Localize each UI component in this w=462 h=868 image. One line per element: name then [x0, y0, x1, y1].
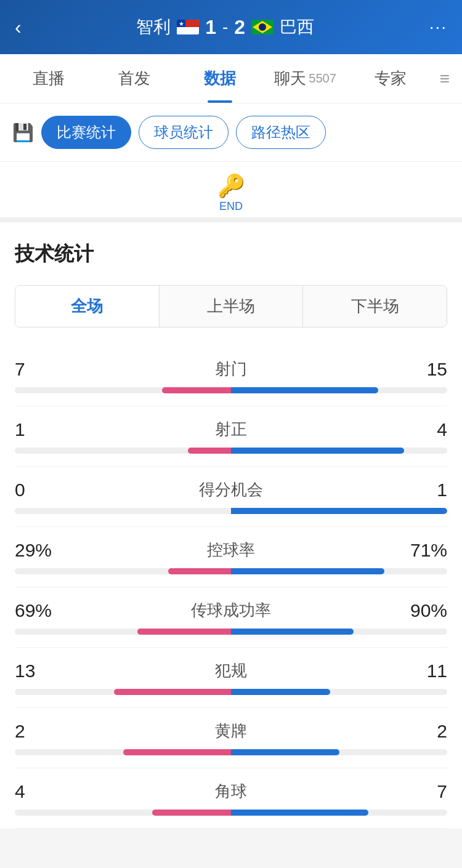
stat-label-row: 13 犯规 11	[15, 660, 447, 681]
header: ‹ 智利 ★ 1 - 2 巴西 ···	[0, 0, 462, 54]
stat-bar	[15, 508, 447, 514]
stat-bar	[15, 810, 447, 816]
stat-name: 传球成功率	[191, 600, 271, 621]
bar-left	[162, 387, 231, 393]
stat-row-pass-accuracy: 69% 传球成功率 90%	[15, 587, 447, 648]
sub-tab-heatmap[interactable]: 路径热区	[236, 116, 326, 149]
bar-right	[231, 568, 384, 574]
stat-row-shots: 7 射门 15	[15, 346, 447, 406]
period-tab-full[interactable]: 全场	[15, 286, 160, 327]
sub-tabs: 💾 比赛统计 球员统计 路径热区	[0, 103, 462, 162]
stat-name: 射门	[215, 358, 247, 380]
bar-right	[231, 448, 404, 454]
stat-row-chances: 0 得分机会 1	[15, 467, 447, 527]
flag-chile-icon: ★	[177, 20, 199, 34]
stat-name: 犯规	[215, 660, 247, 681]
bar-left	[123, 749, 232, 755]
stat-right-val: 15	[398, 359, 447, 380]
tab-data[interactable]: 数据	[177, 54, 262, 103]
whistle-icon: 🔑 END	[213, 174, 249, 211]
stat-right-val: 2	[398, 721, 447, 742]
bar-right	[231, 387, 378, 393]
stat-row-corners: 4 角球 7	[15, 768, 447, 829]
stat-right-val: 90%	[398, 600, 447, 621]
stat-label-row: 0 得分机会 1	[15, 479, 447, 500]
stat-row-possession: 29% 控球率 71%	[15, 527, 447, 587]
score-home: 1	[205, 16, 216, 39]
stats-section: 技术统计 全场 上半场 下半场 7 射门 15 1 射正 4	[0, 222, 462, 829]
stat-right-val: 7	[398, 781, 447, 802]
tab-lineup[interactable]: 首发	[92, 54, 177, 103]
back-button[interactable]: ‹	[15, 16, 22, 39]
tab-live[interactable]: 直播	[6, 54, 92, 103]
timeline-area: 🔑 END	[0, 162, 462, 222]
stat-left-val: 69%	[15, 600, 64, 621]
stat-left-val: 2	[15, 721, 64, 742]
period-tab-first[interactable]: 上半场	[160, 286, 304, 327]
bar-right	[231, 629, 354, 635]
stat-name: 控球率	[207, 539, 255, 561]
stat-row-fouls: 13 犯规 11	[15, 648, 447, 708]
stat-left-val: 13	[15, 661, 64, 681]
period-tabs: 全场 上半场 下半场	[15, 285, 447, 328]
score-separator: -	[222, 17, 228, 37]
score-away: 2	[234, 16, 245, 39]
stat-rows-container: 7 射门 15 1 射正 4 0 得分机会 1 29% 控	[15, 346, 447, 829]
bar-left	[137, 629, 231, 635]
stat-name: 黄牌	[215, 720, 247, 742]
bar-right	[231, 508, 447, 514]
stat-bar	[15, 749, 447, 755]
stat-name: 得分机会	[199, 479, 263, 500]
nav-more-button[interactable]: ≡	[434, 69, 456, 89]
stats-title: 技术统计	[15, 241, 447, 268]
stat-right-val: 71%	[398, 540, 447, 561]
stat-bar	[15, 629, 447, 635]
bar-left	[188, 448, 231, 454]
team-home-label: 智利	[136, 15, 171, 39]
bar-right	[231, 810, 368, 816]
stat-bar	[15, 568, 447, 574]
stat-row-shots-on-target: 1 射正 4	[15, 406, 447, 467]
stat-label-row: 1 射正 4	[15, 419, 447, 440]
bar-left	[152, 810, 231, 816]
tab-chat[interactable]: 聊天 5507	[262, 54, 348, 103]
whistle-symbol: 🔑	[217, 173, 245, 199]
stat-label-row: 29% 控球率 71%	[15, 539, 447, 561]
stat-left-val: 29%	[15, 540, 64, 561]
stat-name: 射正	[215, 419, 247, 440]
stat-right-val: 11	[398, 661, 447, 681]
match-title: 智利 ★ 1 - 2 巴西	[136, 15, 314, 39]
more-button[interactable]: ···	[429, 17, 447, 37]
bar-right	[231, 689, 330, 695]
end-label: END	[219, 200, 243, 213]
svg-text:★: ★	[179, 20, 184, 27]
stat-left-val: 1	[15, 419, 64, 440]
chat-count: 5507	[309, 71, 336, 86]
stat-bar	[15, 448, 447, 454]
stat-label-row: 7 射门 15	[15, 358, 447, 380]
stat-row-yellow-cards: 2 黄牌 2	[15, 708, 447, 768]
stat-label-row: 69% 传球成功率 90%	[15, 600, 447, 621]
sub-tab-match-stats[interactable]: 比赛统计	[41, 116, 131, 149]
stat-label-row: 4 角球 7	[15, 781, 447, 802]
svg-point-6	[259, 23, 266, 31]
bar-left	[114, 689, 231, 695]
stat-bar	[15, 689, 447, 695]
team-away-label: 巴西	[280, 15, 314, 39]
nav-tabs: 直播 首发 数据 聊天 5507 专家 ≡	[0, 54, 462, 103]
flag-brazil-icon	[251, 20, 274, 34]
stat-right-val: 4	[398, 419, 447, 440]
stat-name: 角球	[215, 781, 247, 802]
stat-left-val: 0	[15, 480, 64, 500]
stat-left-val: 4	[15, 781, 64, 802]
tab-expert[interactable]: 专家	[348, 54, 434, 103]
stat-bar	[15, 387, 447, 393]
stat-left-val: 7	[15, 359, 64, 380]
save-icon: 💾	[12, 123, 34, 143]
bar-left	[168, 568, 231, 574]
bar-right	[231, 749, 339, 755]
stat-label-row: 2 黄牌 2	[15, 720, 447, 742]
sub-tab-player-stats[interactable]: 球员统计	[139, 116, 229, 149]
period-tab-second[interactable]: 下半场	[303, 286, 447, 327]
stat-right-val: 1	[398, 480, 447, 500]
